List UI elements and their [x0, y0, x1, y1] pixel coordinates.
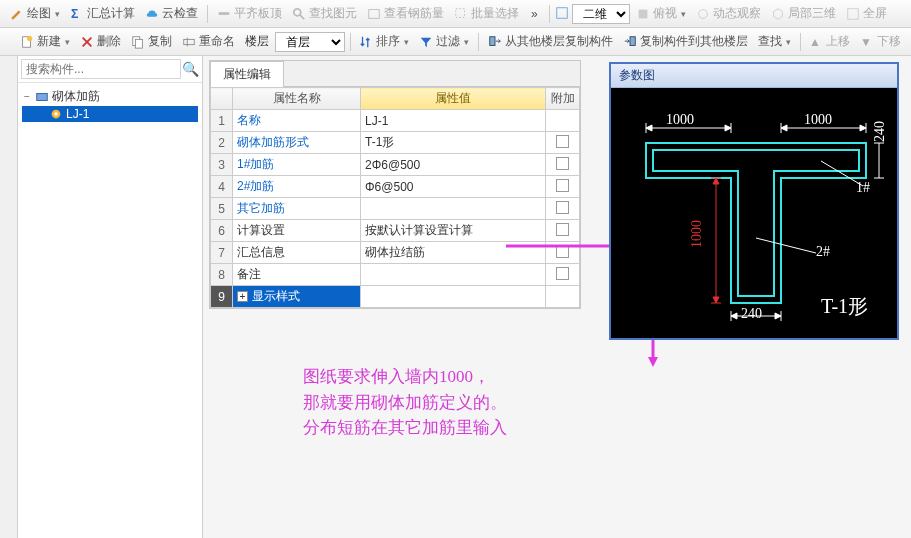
up-icon: ▲	[809, 35, 823, 49]
row-number: 6	[211, 220, 233, 242]
move-down-button[interactable]: ▼ 下移	[856, 31, 905, 52]
fullscreen-button[interactable]: 全屏	[842, 3, 891, 24]
table-row[interactable]: 8备注	[211, 264, 580, 286]
diagram-title: 参数图	[611, 64, 897, 88]
prop-name-cell[interactable]: +显示样式	[233, 286, 361, 308]
prop-attach-cell[interactable]	[546, 154, 580, 176]
search-button[interactable]: 🔍	[181, 59, 199, 79]
prop-attach-cell[interactable]	[546, 110, 580, 132]
new-button[interactable]: 新建▾	[16, 31, 74, 52]
search-input[interactable]	[21, 59, 181, 79]
prop-name-cell[interactable]: 1#加筋	[233, 154, 361, 176]
table-row[interactable]: 7汇总信息砌体拉结筋	[211, 242, 580, 264]
rename-button[interactable]: 重命名	[178, 31, 239, 52]
row-number: 7	[211, 242, 233, 264]
prop-name-cell[interactable]: 计算设置	[233, 220, 361, 242]
prop-attach-cell[interactable]	[546, 132, 580, 154]
checkbox-icon[interactable]	[556, 201, 569, 214]
find-button[interactable]: 查找▾	[754, 31, 795, 52]
filter-button[interactable]: 过滤▾	[415, 31, 473, 52]
floor-select[interactable]: 首层	[275, 32, 345, 52]
copy-button[interactable]: 复制	[127, 31, 176, 52]
svg-point-11	[27, 35, 32, 40]
prop-attach-cell[interactable]	[546, 220, 580, 242]
floor-dropdown[interactable]: 首层	[275, 32, 345, 52]
prop-value-cell[interactable]: LJ-1	[361, 110, 546, 132]
sort-button[interactable]: 排序▾	[355, 31, 413, 52]
table-row[interactable]: 6计算设置按默认计算设置计算	[211, 220, 580, 242]
checkbox-icon[interactable]	[556, 223, 569, 236]
summary-button[interactable]: Σ 汇总计算	[66, 3, 139, 24]
tab-property-edit[interactable]: 属性编辑	[210, 61, 284, 87]
table-row[interactable]: 9+显示样式	[211, 286, 580, 308]
expand-icon[interactable]: +	[237, 291, 248, 302]
label-type: T-1形	[821, 293, 868, 320]
svg-rect-20	[37, 93, 48, 100]
prop-value-cell[interactable]: T-1形	[361, 132, 546, 154]
prop-attach-cell[interactable]	[546, 198, 580, 220]
copy-from-other-button[interactable]: 从其他楼层复制构件	[484, 31, 617, 52]
view-mode-dropdown[interactable]: 二维	[572, 4, 630, 24]
prop-name-cell[interactable]: 砌体加筋形式	[233, 132, 361, 154]
prop-value-cell[interactable]: 2Φ6@500	[361, 154, 546, 176]
drawing-button[interactable]: 绘图▾	[6, 3, 64, 24]
svg-rect-19	[630, 36, 635, 45]
table-row[interactable]: 2砌体加筋形式T-1形	[211, 132, 580, 154]
table-row[interactable]: 1名称LJ-1	[211, 110, 580, 132]
table-row[interactable]: 31#加筋2Φ6@500	[211, 154, 580, 176]
label-2hash: 2#	[816, 244, 830, 260]
checkbox-icon[interactable]	[556, 245, 569, 258]
view-rebar-button[interactable]: 查看钢筋量	[363, 3, 448, 24]
prop-name-cell[interactable]: 名称	[233, 110, 361, 132]
prop-value-cell[interactable]	[361, 198, 546, 220]
svg-rect-7	[639, 9, 648, 18]
component-tree[interactable]: − 砌体加筋 LJ-1	[18, 83, 202, 538]
find-entity-button[interactable]: 查找图元	[288, 3, 361, 24]
prop-name-cell[interactable]: 其它加筋	[233, 198, 361, 220]
view-mode-select[interactable]: 二维	[555, 4, 630, 24]
flat-top-button[interactable]: 平齐板顶	[213, 3, 286, 24]
prop-attach-cell[interactable]	[546, 242, 580, 264]
row-number: 4	[211, 176, 233, 198]
label-1hash: 1#	[856, 180, 870, 196]
prop-value-cell[interactable]: Φ6@500	[361, 176, 546, 198]
checkbox-icon[interactable]	[556, 135, 569, 148]
prop-name-cell[interactable]: 汇总信息	[233, 242, 361, 264]
tree-child-row[interactable]: LJ-1	[22, 106, 198, 122]
svg-line-26	[756, 238, 816, 253]
checkbox-icon[interactable]	[556, 157, 569, 170]
svg-point-22	[54, 112, 58, 116]
more-button[interactable]: »	[525, 5, 544, 23]
cloud-check-button[interactable]: 云检查	[141, 3, 202, 24]
top-view-button[interactable]: 俯视▾	[632, 3, 690, 24]
prop-value-cell[interactable]	[361, 264, 546, 286]
table-row[interactable]: 5其它加筋	[211, 198, 580, 220]
slab-icon	[217, 7, 231, 21]
rename-icon	[182, 35, 196, 49]
table-row[interactable]: 42#加筋Φ6@500	[211, 176, 580, 198]
prop-attach-cell[interactable]	[546, 264, 580, 286]
collapse-icon[interactable]: −	[22, 91, 32, 102]
prop-attach-cell[interactable]	[546, 286, 580, 308]
top-view-icon	[636, 7, 650, 21]
batch-select-button[interactable]: 批量选择	[450, 3, 523, 24]
prop-attach-cell[interactable]	[546, 176, 580, 198]
delete-button[interactable]: 删除	[76, 31, 125, 52]
dynamic-view-button[interactable]: 动态观察	[692, 3, 765, 24]
prop-value-cell[interactable]	[361, 286, 546, 308]
local-3d-button[interactable]: 局部三维	[767, 3, 840, 24]
cloud-icon	[145, 7, 159, 21]
property-panel: 属性编辑 属性名称 属性值 附加 1名称LJ-12砌体加筋形式T-1形31#加筋…	[209, 60, 581, 309]
tree-root-row[interactable]: − 砌体加筋	[22, 87, 198, 106]
prop-value-cell[interactable]: 砌体拉结筋	[361, 242, 546, 264]
prop-value-cell[interactable]: 按默认计算设置计算	[361, 220, 546, 242]
copy-to-icon	[623, 35, 637, 49]
select-icon	[454, 7, 468, 21]
checkbox-icon[interactable]	[556, 267, 569, 280]
checkbox-icon[interactable]	[556, 179, 569, 192]
prop-name-cell[interactable]: 备注	[233, 264, 361, 286]
move-up-button[interactable]: ▲ 上移	[805, 31, 854, 52]
svg-line-3	[300, 14, 304, 18]
copy-to-other-button[interactable]: 复制构件到其他楼层	[619, 31, 752, 52]
prop-name-cell[interactable]: 2#加筋	[233, 176, 361, 198]
